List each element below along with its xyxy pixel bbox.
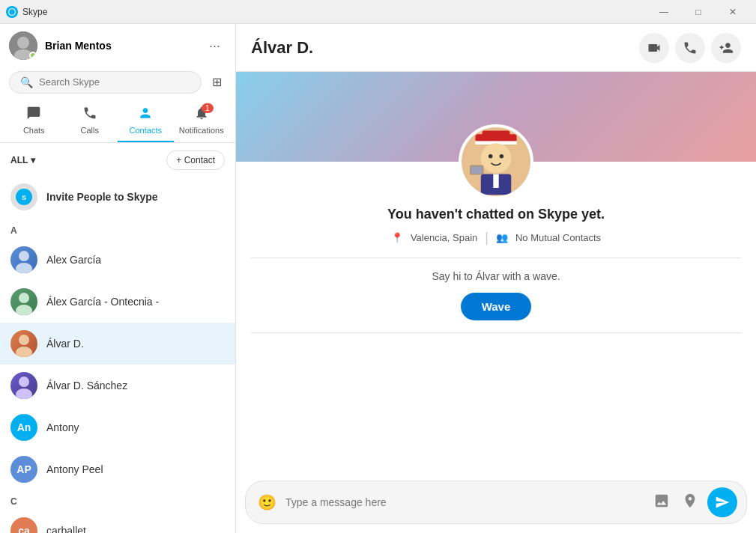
- invite-label: Invite People to Skype: [46, 191, 158, 203]
- chat-actions: [639, 33, 741, 63]
- contact-item-alvar-d[interactable]: Álvar D.: [0, 323, 235, 365]
- tab-contacts[interactable]: Contacts: [118, 100, 174, 142]
- emoji-button[interactable]: 🙂: [255, 490, 279, 514]
- profile-banner: [236, 72, 756, 162]
- svg-point-11: [19, 377, 29, 387]
- app-title: Skype: [22, 7, 47, 17]
- svg-text:S: S: [22, 194, 26, 201]
- contact-item-carballet[interactable]: ca carballet: [0, 510, 235, 533]
- grid-button[interactable]: ⊞: [208, 70, 226, 94]
- skype-logo-icon: S: [10, 183, 37, 210]
- add-to-contact-button[interactable]: [711, 33, 741, 63]
- chat-header: Álvar D.: [236, 24, 756, 72]
- svg-point-7: [19, 293, 29, 303]
- chats-icon: [26, 106, 41, 124]
- location-icon: 📍: [391, 232, 403, 243]
- meta-divider: |: [485, 230, 489, 246]
- tab-notifications[interactable]: 1 Notifications: [174, 100, 230, 142]
- tab-calls[interactable]: Calls: [62, 100, 118, 142]
- titlebar-left: Skype: [6, 6, 47, 18]
- skype-icon: [6, 6, 18, 18]
- no-chat-text: You haven't chatted on Skype yet.: [387, 207, 605, 222]
- divider-1: [251, 258, 741, 258]
- svg-rect-23: [471, 166, 483, 173]
- svg-point-18: [489, 154, 493, 159]
- svg-point-10: [16, 347, 32, 357]
- contacts-list: S Invite People to Skype A Alex García Á…: [0, 174, 235, 533]
- contact-avatar: [10, 330, 37, 357]
- notification-badge: 1: [202, 103, 214, 113]
- contact-avatar: AP: [10, 456, 37, 483]
- chevron-down-icon: ▾: [31, 155, 35, 165]
- add-contact-button[interactable]: + Contact: [166, 150, 225, 170]
- video-call-button[interactable]: [639, 33, 669, 63]
- search-bar: 🔍 ⊞: [0, 67, 235, 100]
- contacts-label: Contacts: [130, 126, 162, 135]
- contact-item-alex-ontecnia[interactable]: Álex García - Ontecnia -: [0, 281, 235, 323]
- profile-meta: 📍 Valencia, Spain | 👥 No Mutual Contacts: [387, 230, 605, 246]
- section-a: A: [0, 219, 235, 239]
- svg-rect-21: [493, 174, 498, 188]
- main-panel: Álvar D.: [236, 24, 756, 533]
- contacts-icon: [138, 106, 153, 124]
- contact-avatar: [10, 372, 37, 399]
- profile-info: You haven't chatted on Skype yet. 📍 Vale…: [372, 207, 620, 246]
- chat-body: [236, 345, 756, 481]
- contact-item-alvar-sanchez[interactable]: Álvar D. Sánchez: [0, 365, 235, 406]
- user-header: Brian Mentos ···: [0, 24, 235, 67]
- svg-point-5: [19, 251, 29, 261]
- contact-name: Alex García: [46, 254, 101, 266]
- titlebar: Skype — □ ✕: [0, 0, 756, 24]
- mutual-contacts-text: No Mutual Contacts: [515, 232, 601, 243]
- contact-name: Antony Peel: [46, 463, 103, 475]
- filter-label: ALL: [10, 155, 28, 165]
- minimize-button[interactable]: —: [647, 0, 681, 24]
- wave-button[interactable]: Wave: [461, 293, 532, 320]
- nav-tabs: Chats Calls Contacts 1 Notifications: [0, 100, 235, 143]
- svg-point-1: [17, 37, 29, 49]
- location-text: Valencia, Spain: [411, 232, 477, 243]
- contact-item-alex-garcia[interactable]: Alex García: [0, 239, 235, 281]
- svg-point-9: [19, 335, 29, 345]
- audio-call-button[interactable]: [675, 33, 705, 63]
- calls-icon: [82, 106, 97, 124]
- maximize-button[interactable]: □: [681, 0, 716, 24]
- avatar[interactable]: [9, 31, 37, 60]
- contact-item-antony-peel[interactable]: AP Antony Peel: [0, 448, 235, 490]
- media-button[interactable]: [650, 490, 673, 516]
- divider-2: [251, 332, 741, 333]
- message-input[interactable]: [285, 496, 644, 508]
- chat-title: Álvar D.: [251, 38, 313, 58]
- contact-item-antony[interactable]: An Antony: [0, 406, 235, 448]
- more-options-button[interactable]: ···: [203, 35, 226, 57]
- profile-area: You haven't chatted on Skype yet. 📍 Vale…: [236, 72, 756, 345]
- wave-section: Say hi to Álvar with a wave. Wave: [417, 270, 575, 320]
- message-input-box: 🙂: [245, 481, 747, 524]
- notifications-label: Notifications: [179, 126, 224, 135]
- tab-chats[interactable]: Chats: [6, 100, 62, 142]
- svg-point-8: [16, 305, 32, 315]
- message-input-wrapper: 🙂: [236, 481, 756, 533]
- invite-people-item[interactable]: S Invite People to Skype: [0, 174, 235, 219]
- location-button[interactable]: [679, 490, 701, 516]
- contact-avatar: An: [10, 414, 37, 441]
- calls-label: Calls: [81, 126, 99, 135]
- svg-rect-15: [483, 131, 510, 138]
- section-c: C: [0, 490, 235, 510]
- search-icon: 🔍: [20, 76, 33, 88]
- contacts-header: ALL ▾ + Contact: [0, 143, 235, 174]
- close-button[interactable]: ✕: [716, 0, 750, 24]
- user-name: Brian Mentos: [45, 40, 196, 52]
- all-filter[interactable]: ALL ▾: [10, 155, 35, 165]
- svg-point-12: [16, 389, 32, 399]
- search-input[interactable]: [39, 76, 190, 88]
- contact-avatar: [10, 288, 37, 315]
- contact-name: Álvar D. Sánchez: [46, 380, 127, 392]
- send-button[interactable]: [707, 487, 737, 517]
- window-controls: — □ ✕: [647, 0, 750, 24]
- profile-avatar-wrap: [459, 124, 533, 199]
- profile-avatar: [459, 124, 533, 199]
- svg-point-19: [500, 154, 504, 159]
- svg-point-6: [16, 263, 32, 273]
- chats-label: Chats: [23, 126, 45, 135]
